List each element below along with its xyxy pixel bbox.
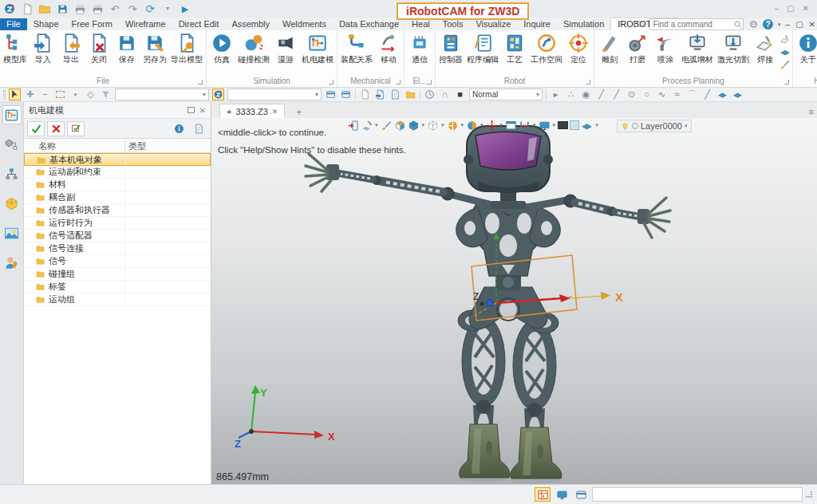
tab-heal[interactable]: Heal <box>405 18 436 30</box>
detail-view-icon[interactable] <box>340 89 352 100</box>
filter-combo[interactable]: ▾ <box>115 89 209 100</box>
window-view-icon[interactable] <box>505 119 517 132</box>
tab-tools[interactable]: Tools <box>436 18 470 30</box>
sketch-tool-5-icon[interactable]: ⊙ <box>626 89 637 100</box>
cloud-icon[interactable] <box>633 19 645 30</box>
sketch-tool-7-icon[interactable]: ∿ <box>656 89 668 100</box>
ribbon-button-engrave[interactable]: 雕刻 <box>596 32 623 66</box>
tab-simulation[interactable]: Simulation <box>557 18 610 30</box>
ribbon-button-assembly-relation[interactable]: 装配关系 <box>339 32 374 66</box>
help-icon[interactable]: ? <box>763 19 773 30</box>
viewport-canvas[interactable]: <middle-click> to continue. Click "Help/… <box>211 118 817 484</box>
ribbon-button-save-as[interactable]: 另存为 <box>141 32 168 66</box>
tree-row[interactable]: 信号连接 <box>24 242 211 255</box>
doc-tool-4-icon[interactable] <box>405 89 416 100</box>
pan-view-icon[interactable] <box>486 119 498 132</box>
ribbon-button-save[interactable]: 保存 <box>113 32 140 66</box>
history-clock-icon[interactable] <box>424 89 436 100</box>
sketch-tool-4-icon[interactable]: ╱ <box>610 89 622 100</box>
tab-menu-icon[interactable]: ≡ <box>809 107 814 116</box>
dock-assembly-tree-icon[interactable] <box>2 135 22 154</box>
regen-icon[interactable]: ⟳ <box>144 2 156 15</box>
qat-caret-icon[interactable]: ▾ <box>161 2 174 15</box>
column-type[interactable]: 类型 <box>125 139 211 152</box>
dialog-launcher-icon[interactable] <box>198 80 203 85</box>
wireframe-cube-icon[interactable] <box>427 119 439 132</box>
ribbon-button-export[interactable]: 导出 <box>57 32 85 66</box>
ribbon-button-arc-additive[interactable]: 电弧增材 <box>680 32 715 66</box>
dialog-launcher-icon[interactable] <box>427 80 432 85</box>
ribbon-button-locate[interactable]: 定位 <box>565 32 592 66</box>
sketch-tool-8-icon[interactable]: ≈ <box>671 89 683 100</box>
tab-close-icon[interactable]: ✕ <box>272 108 278 116</box>
doc-tool-3-icon[interactable] <box>389 89 401 100</box>
minimize-icon[interactable]: – <box>775 5 780 13</box>
tab-assembly[interactable]: Assembly <box>225 18 276 30</box>
ribbon-button-model-library[interactable]: 模型库 <box>2 32 29 66</box>
search-icon[interactable] <box>733 20 743 30</box>
render-mode-icon[interactable] <box>466 119 478 132</box>
list-view-icon[interactable] <box>325 89 337 100</box>
grid-swatch-icon[interactable] <box>570 119 579 132</box>
apply-button[interactable] <box>67 121 85 136</box>
tree-row[interactable]: 运动副和约束 <box>24 166 211 179</box>
add-select-icon[interactable]: ✚ <box>24 89 36 100</box>
layer-selector[interactable]: Layer0000 ▾ <box>617 120 692 132</box>
document-tab[interactable]: + 3333.Z3 ✕ <box>219 104 285 118</box>
doc-tool-1-icon[interactable] <box>359 89 371 100</box>
tab-inquire[interactable]: Inquire <box>517 18 557 30</box>
tab-shape[interactable]: Shape <box>27 18 65 30</box>
orient-view-icon[interactable] <box>361 119 373 132</box>
tree-row[interactable]: 标签 <box>24 281 211 293</box>
save-icon[interactable] <box>56 2 69 15</box>
tab-wireframe[interactable]: Wireframe <box>119 18 172 30</box>
redo-icon[interactable]: ↷ <box>126 2 139 15</box>
resize-grip[interactable] <box>806 491 812 498</box>
status-card-icon[interactable] <box>573 487 589 502</box>
plane-mini-icon[interactable] <box>780 46 791 57</box>
exit-view-icon[interactable] <box>347 119 359 132</box>
ribbon-button-communication[interactable]: 通信 <box>406 32 433 66</box>
section-view-icon[interactable] <box>447 119 459 132</box>
dock-user-icon[interactable] <box>2 253 22 272</box>
plane-tool-icon[interactable] <box>716 89 728 100</box>
tab-data-exchange[interactable]: Data Exchange <box>333 18 405 30</box>
tree-row[interactable]: 碰撞组 <box>24 268 211 281</box>
mode-combo[interactable]: Normal▾ <box>469 89 543 100</box>
dialog-launcher-icon[interactable] <box>784 80 789 85</box>
ribbon-button-polish[interactable]: 打磨 <box>624 32 651 66</box>
ribbon-button-weld[interactable]: 焊接 <box>752 32 779 66</box>
close-icon[interactable]: ✕ <box>803 5 809 13</box>
dialog-launcher-icon[interactable] <box>586 80 590 85</box>
tree-row[interactable]: 材料 <box>24 179 211 191</box>
toolbar-grip[interactable] <box>3 90 6 100</box>
ribbon-button-close[interactable]: 关闭 <box>85 32 112 66</box>
brush-icon[interactable] <box>381 119 393 132</box>
doc-restore-icon[interactable]: ▢ <box>795 20 803 29</box>
dock-mechatronic-icon[interactable] <box>2 105 22 124</box>
dock-hierarchy-icon[interactable] <box>2 164 22 183</box>
background-swatch-icon[interactable] <box>558 119 568 132</box>
play-icon[interactable]: ▶ <box>179 2 191 15</box>
panel-float-icon[interactable] <box>187 107 195 113</box>
plot-icon[interactable] <box>91 2 104 15</box>
ribbon-button-laser-cut[interactable]: 激光切割 <box>716 32 751 66</box>
dock-visual-icon[interactable] <box>2 194 22 213</box>
weld-mini-icon[interactable] <box>780 33 791 45</box>
new-file-icon[interactable] <box>21 2 34 15</box>
tab-direct-edit[interactable]: Direct Edit <box>172 18 226 30</box>
work-plane-icon[interactable] <box>581 119 593 132</box>
panel-info-button[interactable] <box>170 121 187 136</box>
help-caret-icon[interactable]: ▾ <box>778 22 781 28</box>
command-search-input[interactable] <box>650 20 733 29</box>
sketch-tool-1-icon[interactable]: ∴ <box>565 89 577 100</box>
status-table-icon[interactable] <box>535 487 551 502</box>
context-combo[interactable]: ▾ <box>227 89 322 100</box>
zw3d-logo-icon[interactable] <box>3 2 16 15</box>
tab-file[interactable]: File <box>0 18 27 30</box>
display-monitor-icon[interactable] <box>539 119 551 132</box>
panel-note-button[interactable] <box>190 121 207 136</box>
dialog-launcher-icon[interactable] <box>329 80 334 85</box>
sketch-tool-6-icon[interactable]: ○ <box>641 89 653 100</box>
tab-free-form[interactable]: Free Form <box>65 18 119 30</box>
